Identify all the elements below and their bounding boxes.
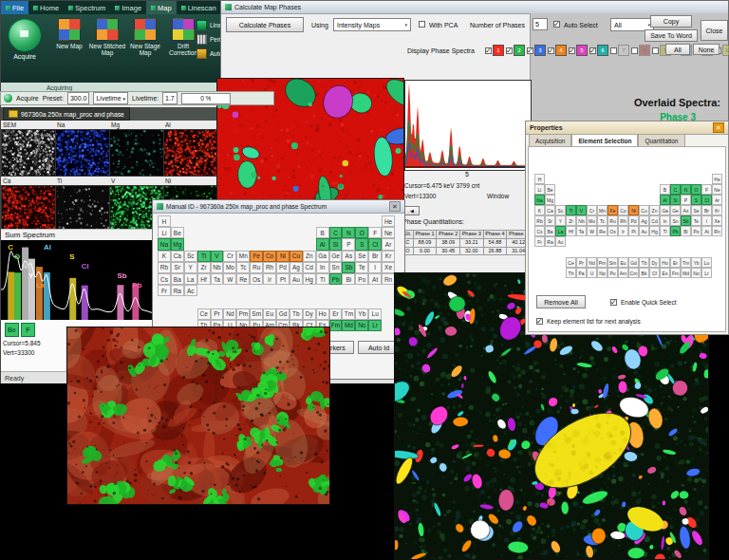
element-cell-ge[interactable]: Ge [329, 251, 343, 262]
element-cell-ca[interactable]: Ca [171, 251, 184, 262]
element-cell-nb[interactable]: Nb [576, 215, 587, 226]
element-cell-gd[interactable]: Gd [628, 257, 639, 268]
element-cell-al[interactable]: Al [316, 238, 329, 250]
element-cell-zn[interactable]: Zn [303, 251, 316, 262]
element-cell-f[interactable]: F [701, 184, 712, 195]
element-cell-cr[interactable]: Cr [587, 205, 597, 215]
element-cell-cu[interactable]: Cu [290, 251, 303, 262]
element-cell-tm[interactable]: Tm [342, 308, 355, 320]
element-cell-pb[interactable]: Pb [670, 226, 681, 236]
element-cell-nd[interactable]: Nd [223, 308, 236, 320]
element-cell-bi[interactable]: Bi [681, 226, 691, 236]
auto-select-checkbox[interactable] [553, 21, 560, 28]
phase-checkbox-7[interactable] [610, 47, 617, 54]
element-cell-mo[interactable]: Mo [587, 215, 597, 226]
ribbon-button-new-map[interactable]: New Map [50, 16, 88, 57]
element-cell-la[interactable]: La [555, 226, 566, 236]
close-icon[interactable]: ✕ [713, 122, 724, 133]
element-cell-po[interactable]: Po [691, 226, 701, 236]
element-cell-hf[interactable]: Hf [197, 273, 211, 285]
calc-titlebar[interactable]: Calculate Map Phases [221, 1, 728, 14]
element-cell-ba[interactable]: Ba [545, 226, 555, 236]
element-cell-ac[interactable]: Ac [184, 285, 197, 296]
element-cell-ga[interactable]: Ga [660, 205, 670, 215]
element-cell-br[interactable]: Br [701, 205, 712, 215]
element-cell-p[interactable]: P [681, 195, 691, 205]
element-cell-pd[interactable]: Pd [628, 215, 639, 226]
element-cell-p[interactable]: P [342, 238, 355, 250]
element-cell-ru[interactable]: Ru [608, 215, 618, 226]
element-cell-y[interactable]: Y [184, 262, 197, 273]
element-cell-cs[interactable]: Cs [158, 273, 171, 285]
element-map-al[interactable]: Al [163, 121, 217, 177]
element-cell-se[interactable]: Se [691, 205, 701, 215]
element-cell-ta[interactable]: Ta [576, 226, 587, 236]
element-cell-mn[interactable]: Mn [597, 205, 608, 215]
element-cell-n[interactable]: N [681, 184, 691, 195]
element-cell-am[interactable]: Am [618, 268, 628, 278]
mode-select[interactable]: Livetime ▾ [93, 92, 128, 104]
copy-button[interactable]: Copy [650, 15, 692, 28]
phase-checkbox-1[interactable] [485, 47, 492, 54]
element-cell-ag[interactable]: Ag [290, 262, 303, 273]
element-cell-cs[interactable]: Cs [534, 226, 545, 236]
element-cell-o[interactable]: O [691, 184, 701, 195]
element-cell-np[interactable]: Np [597, 268, 608, 278]
element-cell-ge[interactable]: Ge [670, 205, 681, 215]
element-cell-er[interactable]: Er [329, 308, 343, 320]
element-cell-pb[interactable]: Pb [329, 273, 343, 285]
element-cell-nd[interactable]: Nd [587, 257, 597, 268]
using-select[interactable]: Intensity Maps▾ [333, 18, 411, 31]
element-cell-kr[interactable]: Kr [712, 205, 722, 215]
element-cell-ar[interactable]: Ar [712, 195, 722, 205]
calculate-phases-button[interactable]: Calculate Phases [226, 17, 304, 32]
element-cell-es[interactable]: Es [660, 268, 670, 278]
element-cell-rb[interactable]: Rb [158, 262, 171, 273]
tab-element-selection[interactable]: Element Selection [571, 134, 638, 146]
phase-toggle-5[interactable]: 5 [569, 45, 588, 56]
element-cell-hf[interactable]: Hf [566, 226, 576, 236]
element-cell-nb[interactable]: Nb [211, 262, 224, 273]
element-cell-cl[interactable]: Cl [701, 195, 712, 205]
element-cell-v[interactable]: V [211, 251, 224, 262]
phase-toggle-2[interactable]: 2 [506, 45, 525, 56]
element-cell-mo[interactable]: Mo [223, 262, 236, 273]
element-cell-lu[interactable]: Lu [368, 308, 382, 320]
element-cell-zr[interactable]: Zr [566, 215, 576, 226]
phase-toggle-3[interactable]: 3 [527, 45, 546, 56]
element-cell-h[interactable]: H [158, 215, 171, 227]
element-cell-n[interactable]: N [342, 227, 355, 238]
element-cell-ne[interactable]: Ne [712, 184, 722, 195]
element-cell-zn[interactable]: Zn [649, 205, 660, 215]
element-cell-yb[interactable]: Yb [355, 308, 368, 320]
element-cell-tl[interactable]: Tl [316, 273, 329, 285]
element-cell-y[interactable]: Y [555, 215, 566, 226]
element-cell-tc[interactable]: Tc [597, 215, 608, 226]
element-cell-as[interactable]: As [681, 205, 691, 215]
element-cell-he[interactable]: He [382, 215, 395, 227]
tab-acquisition[interactable]: Acquisition [529, 134, 571, 146]
element-cell-k[interactable]: K [534, 205, 545, 215]
element-cell-sn[interactable]: Sn [329, 262, 343, 273]
phase-checkbox-4[interactable] [548, 47, 554, 54]
element-cell-rh[interactable]: Rh [618, 215, 628, 226]
element-map-thumbnail[interactable] [55, 185, 110, 233]
element-cell-xe[interactable]: Xe [712, 215, 722, 226]
element-cell-fm[interactable]: Fm [670, 268, 681, 278]
element-cell-cf[interactable]: Cf [649, 268, 660, 278]
phase-toggle-6[interactable]: 6 [589, 45, 608, 56]
element-cell-bi[interactable]: Bi [342, 273, 355, 285]
element-cell-fe[interactable]: Fe [608, 205, 618, 215]
element-cell-cu[interactable]: Cu [639, 205, 649, 215]
element-cell-s[interactable]: S [691, 195, 701, 205]
element-cell-sr[interactable]: Sr [545, 215, 555, 226]
element-cell-tm[interactable]: Tm [681, 257, 691, 268]
phase-spectrum-canvas[interactable] [405, 81, 529, 168]
element-cell-sb[interactable]: Sb [342, 262, 355, 273]
element-cell-te[interactable]: Te [355, 262, 368, 273]
element-cell-ho[interactable]: Ho [316, 308, 329, 320]
element-cell-dy[interactable]: Dy [303, 308, 316, 320]
element-cell-eu[interactable]: Eu [263, 308, 276, 320]
element-cell-ac[interactable]: Ac [555, 236, 566, 247]
element-map-thumbnail[interactable] [1, 185, 56, 233]
